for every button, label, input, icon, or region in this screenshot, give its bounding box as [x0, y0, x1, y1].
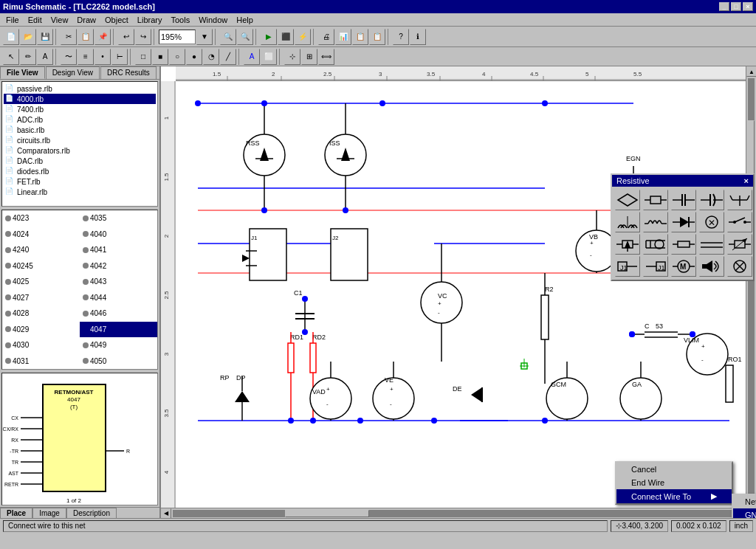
snap-btn[interactable]: ⊹: [284, 49, 300, 65]
tree-item-circuits[interactable]: 📄 circuits.rlb: [4, 135, 156, 145]
minimize-btn[interactable]: _: [719, 2, 729, 11]
comp-4023[interactable]: 4023: [2, 210, 80, 227]
panel-lamp[interactable]: [727, 256, 752, 277]
color-btn[interactable]: A: [244, 49, 260, 65]
menu-tools[interactable]: Tools: [166, 15, 194, 25]
panel-capacitor[interactable]: [671, 190, 696, 210]
comp-4030[interactable]: 4030: [2, 337, 80, 353]
comp-4041[interactable]: 4041: [80, 242, 157, 258]
net-tool[interactable]: ⊢: [111, 49, 128, 65]
menu-file[interactable]: File: [1, 15, 24, 25]
redo-btn[interactable]: ↪: [135, 29, 151, 45]
scroll-h-thumb[interactable]: [285, 510, 369, 517]
panel-resistor-euro[interactable]: [643, 190, 668, 210]
schematic-area[interactable]: 1.5 2 2.5 3 3.5 4 4.5 5 5.5: [161, 66, 756, 518]
zoom-in-btn[interactable]: 🔍: [220, 29, 236, 45]
tab-description[interactable]: Description: [66, 508, 117, 518]
submenu-connect-wire[interactable]: Net... GND AGND +5v +12v +15v -15v: [732, 494, 756, 518]
submenu-net[interactable]: Net...: [733, 495, 756, 508]
tree-item-diodes[interactable]: 📄 diodes.rlb: [4, 166, 156, 176]
panel-resistor-symbol[interactable]: [615, 190, 640, 210]
panel-resistor-var[interactable]: [727, 234, 752, 255]
tree-item-fet[interactable]: 📄 FET.rlb: [4, 176, 156, 187]
comp-4049[interactable]: 4049: [80, 337, 157, 353]
panel-conn2[interactable]: J1: [643, 256, 668, 277]
horizontal-scrollbar[interactable]: ◀ ▶: [161, 508, 746, 518]
comp-4042[interactable]: 4042: [80, 258, 157, 274]
panel-motor[interactable]: M: [671, 256, 696, 277]
ctx-connect-wire-to[interactable]: Connect Wire To ▶: [616, 489, 732, 503]
paste-btn[interactable]: 📌: [94, 29, 111, 45]
line-tool[interactable]: ╱: [220, 49, 236, 65]
select-btn[interactable]: ↖: [3, 49, 19, 65]
tool2-btn[interactable]: 📊: [335, 29, 351, 45]
open-btn[interactable]: 📂: [20, 29, 36, 45]
help-btn[interactable]: ?: [393, 29, 409, 45]
ctx-end-wire[interactable]: End Wire: [616, 476, 732, 489]
vertical-scrollbar[interactable]: ▲ ▼: [746, 66, 756, 508]
panel-conn1[interactable]: J1: [615, 256, 640, 277]
tool1-btn[interactable]: ⚡: [295, 29, 311, 45]
scroll-h-track[interactable]: [173, 510, 734, 517]
tree-item-dac[interactable]: 📄 DAC.rlb: [4, 156, 156, 166]
panel-capacitor2[interactable]: [699, 190, 724, 210]
scroll-left-btn[interactable]: ◀: [161, 508, 171, 519]
tab-image[interactable]: Image: [32, 508, 66, 518]
schematic-svg[interactable]: RSS ISS J1 J2 C1: [176, 81, 756, 508]
menu-draw[interactable]: Draw: [72, 15, 100, 25]
comp-4047[interactable]: 4047: [80, 322, 157, 338]
zoom-out-btn[interactable]: 🔍: [237, 29, 253, 45]
scroll-up-btn[interactable]: ▲: [746, 66, 756, 77]
run-btn[interactable]: ▶: [261, 29, 277, 45]
menu-edit[interactable]: Edit: [24, 15, 47, 25]
junction-tool[interactable]: •: [94, 49, 111, 65]
comp-4025[interactable]: 4025: [2, 274, 80, 290]
panel-antenna[interactable]: [727, 190, 752, 210]
panel-pot[interactable]: [615, 234, 640, 255]
comp-4040[interactable]: 4040: [80, 227, 157, 243]
ctx-cancel[interactable]: Cancel: [616, 463, 732, 476]
tree-item-linear[interactable]: 📄 Linear.rlb: [4, 187, 156, 197]
stop-btn[interactable]: ⬛: [278, 29, 294, 45]
info-btn[interactable]: ℹ: [410, 29, 426, 45]
menu-window[interactable]: Window: [194, 15, 232, 25]
comp-4046[interactable]: 4046: [80, 305, 157, 322]
comp-4027[interactable]: 4027: [2, 290, 80, 306]
window-controls[interactable]: _ □ ×: [719, 2, 753, 11]
comp-4050[interactable]: 4050: [80, 353, 157, 370]
close-btn[interactable]: ×: [743, 2, 753, 11]
text-btn[interactable]: A: [37, 49, 53, 65]
tree-item-basic[interactable]: 📄 basic.rlb: [4, 125, 156, 135]
menu-help[interactable]: Help: [232, 15, 258, 25]
panel-inductor[interactable]: [643, 212, 668, 232]
panel-xfmr2[interactable]: [699, 234, 724, 255]
panel-led[interactable]: ✕: [699, 212, 724, 232]
tool4-btn[interactable]: 📋: [369, 29, 385, 45]
tool3-btn[interactable]: 📋: [352, 29, 368, 45]
comp-4024[interactable]: 4024: [2, 227, 80, 243]
tree-item-comparators[interactable]: 📄 Comparators.rlb: [4, 145, 156, 156]
wire-tool[interactable]: 〜: [61, 49, 77, 65]
tree-item-passive[interactable]: 📄 passive.rlb: [4, 83, 156, 94]
submenu-gnd[interactable]: GND: [733, 508, 756, 518]
panel-diode[interactable]: [671, 212, 696, 232]
save-btn[interactable]: 💾: [37, 29, 53, 45]
fill-rect-tool[interactable]: ■: [152, 49, 168, 65]
maximize-btn[interactable]: □: [731, 2, 741, 11]
new-btn[interactable]: 📄: [3, 29, 19, 45]
comp-4240[interactable]: 4240: [2, 242, 80, 258]
cut-btn[interactable]: ✂: [61, 29, 77, 45]
print-btn[interactable]: 🖨: [318, 29, 334, 45]
rect-tool[interactable]: □: [135, 49, 151, 65]
panel-transformer[interactable]: [615, 212, 640, 232]
fill-btn[interactable]: ⬜: [261, 49, 277, 65]
comp-4044[interactable]: 4044: [80, 290, 157, 306]
panel-switch[interactable]: [727, 212, 752, 232]
tab-drc-results[interactable]: DRC Results: [100, 66, 157, 79]
undo-btn[interactable]: ↩: [118, 29, 134, 45]
tree-item-adc[interactable]: 📄 ADC.rlb: [4, 114, 156, 125]
tree-item-7400[interactable]: 📄 7400.rlb: [4, 104, 156, 114]
zoom-dropdown-btn[interactable]: ▼: [196, 29, 213, 45]
zoom-input[interactable]: 195%: [159, 30, 196, 44]
draw-wire-btn[interactable]: ✏: [20, 49, 36, 65]
